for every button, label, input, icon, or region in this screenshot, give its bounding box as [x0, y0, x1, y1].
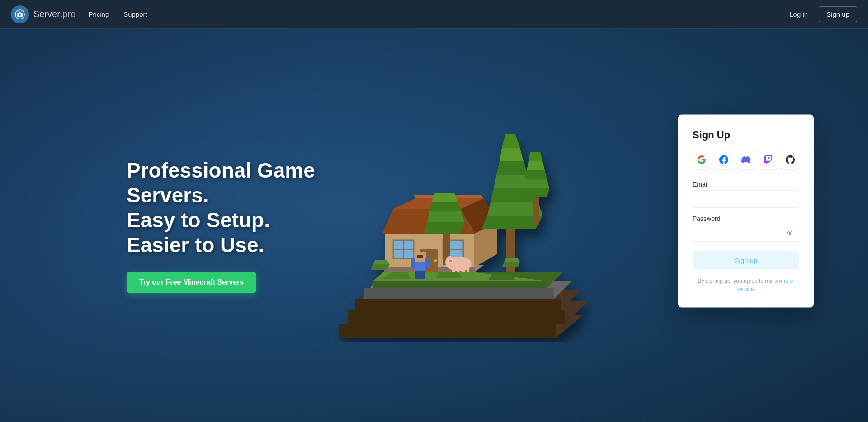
signup-card-title: Sign Up: [693, 129, 799, 141]
terms-text: By signing up, you agree to our terms of…: [693, 277, 799, 293]
nav-link-support[interactable]: Support: [118, 7, 153, 22]
password-label: Password: [693, 215, 799, 222]
signup-card: Sign Up: [678, 115, 814, 308]
nav-login-button[interactable]: Log in: [782, 7, 815, 22]
github-signup-button[interactable]: [781, 150, 799, 170]
password-toggle-icon[interactable]: 👁: [787, 230, 794, 238]
nav-right: Log in Sign up: [782, 6, 857, 22]
svg-point-2: [19, 14, 21, 16]
hero-cta-button[interactable]: Try our Free Minecraft Servers: [127, 272, 256, 293]
password-input[interactable]: [693, 225, 799, 242]
nav-signup-button[interactable]: Sign up: [819, 6, 857, 22]
nav-links: Pricing Support: [83, 7, 152, 22]
twitch-signup-button[interactable]: [759, 150, 777, 170]
hero-content: Professional Game Servers. Easy to Setup…: [0, 158, 339, 293]
brand-logo[interactable]: Server.pro: [11, 5, 75, 23]
nav-link-pricing[interactable]: Pricing: [83, 7, 114, 22]
navbar: Server.pro Pricing Support Log in Sign u…: [0, 0, 868, 29]
social-buttons-group: [693, 150, 799, 170]
signup-submit-button[interactable]: Sign up: [693, 251, 799, 270]
hero-title: Professional Game Servers. Easy to Setup…: [127, 158, 339, 258]
discord-signup-button[interactable]: [737, 150, 755, 170]
email-label: Email: [693, 181, 799, 188]
email-input[interactable]: [693, 191, 799, 208]
password-wrapper: 👁: [693, 225, 799, 242]
brand-icon: [11, 5, 29, 23]
google-signup-button[interactable]: [693, 150, 711, 170]
hero-section: Professional Game Servers. Easy to Setup…: [0, 0, 868, 422]
brand-name: Server.pro: [33, 9, 75, 19]
facebook-signup-button[interactable]: [715, 150, 733, 170]
